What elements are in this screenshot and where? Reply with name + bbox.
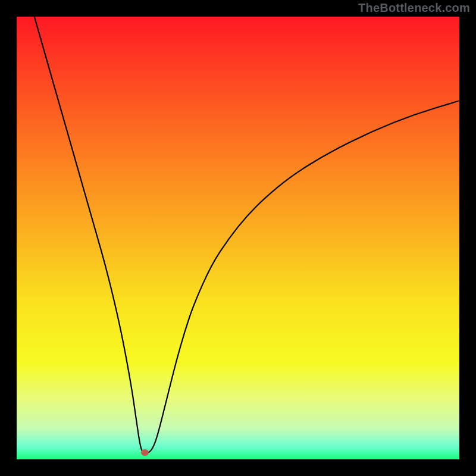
chart-frame: TheBottleneck.com (0, 0, 476, 476)
bottleneck-curve (17, 17, 459, 459)
watermark-label: TheBottleneck.com (358, 1, 470, 15)
